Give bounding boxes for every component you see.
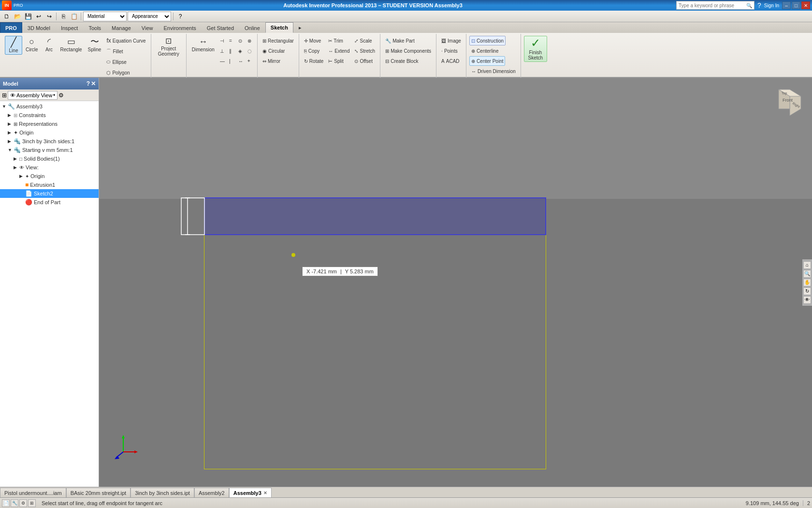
collinear-button[interactable]: = <box>227 36 236 45</box>
new-button[interactable]: 🗋 <box>2 12 12 21</box>
tree-item-origin[interactable]: ▶ ✦ Origin <box>0 128 99 137</box>
tree-item-starting-v[interactable]: ▼ 🔩 Starting v mm 5mm:1 <box>0 146 99 154</box>
arc-button[interactable]: ◜ Arc <box>42 36 57 54</box>
assembly-view-selector[interactable]: 👁 Assembly View ▾ <box>8 91 58 100</box>
nav-lookaround-button[interactable]: 👁 <box>803 296 811 304</box>
expander-assembly3[interactable]: ▼ <box>2 104 8 109</box>
close-button[interactable]: ✕ <box>801 1 810 9</box>
image-button[interactable]: 🖼 Image <box>439 36 463 45</box>
expander-constraints[interactable]: ▶ <box>8 113 14 118</box>
settings-icon[interactable]: ⚙ <box>58 92 64 99</box>
tree-item-view[interactable]: ▶ 👁 View: <box>0 163 99 172</box>
line-button[interactable]: ╱ Line <box>5 36 22 55</box>
create-block-button[interactable]: ⊟ Create Block <box>383 56 420 66</box>
copy-modify-button[interactable]: ⎘ Copy <box>302 46 325 56</box>
status-icon-3[interactable]: ⚙ <box>19 499 27 507</box>
expander-origin-nested[interactable]: ▶ <box>19 174 25 179</box>
search-box[interactable]: 🔍 <box>676 1 754 10</box>
expander-view[interactable]: ▶ <box>14 165 19 170</box>
minimize-button[interactable]: – <box>782 1 791 9</box>
tree-item-end-of-part[interactable]: ▶ 🔴 End of Part <box>0 198 99 207</box>
perpendicular-button[interactable]: ⊥ <box>218 46 227 56</box>
horizontal-button[interactable]: — <box>218 56 227 66</box>
status-icon-2[interactable]: 🔧 <box>11 499 18 507</box>
undo-button[interactable]: ↩ <box>34 12 44 21</box>
nav-pan-button[interactable]: ✋ <box>803 279 811 286</box>
rectangle-button[interactable]: ▭ Rectangle <box>58 36 85 54</box>
tab-assembly3[interactable]: Assembly3 ✕ <box>229 488 272 497</box>
make-part-button[interactable]: 🔧 Make Part <box>383 36 417 45</box>
tab-inspect[interactable]: Inspect <box>56 22 83 33</box>
expander-representations[interactable]: ▶ <box>8 121 14 126</box>
trim-button[interactable]: ✂ Trim <box>326 36 351 45</box>
stretch-button[interactable]: ⤡ Stretch <box>352 46 377 56</box>
view-cube[interactable]: Front Right Top <box>768 86 804 122</box>
make-components-button[interactable]: ⊞ Make Components <box>383 46 433 56</box>
filter-icon[interactable]: ⊞ <box>2 92 7 99</box>
expander-3inch[interactable]: ▶ <box>8 139 14 144</box>
tree-item-assembly3[interactable]: ▼ 🔧 Assembly3 <box>0 102 99 111</box>
panel-help-icon[interactable]: ? <box>87 80 90 87</box>
tab-getstarted[interactable]: Get Started <box>202 22 239 33</box>
redo-button[interactable]: ↪ <box>44 12 54 21</box>
expander-origin[interactable]: ▶ <box>8 130 14 135</box>
equal-button[interactable]: ↔ <box>236 56 245 66</box>
status-icon-4[interactable]: ⊞ <box>28 499 36 507</box>
viewport[interactable]: X -7.421 mm | Y 5.283 mm Front Right Top <box>99 78 812 487</box>
status-icon-1[interactable]: 📄 <box>2 499 10 507</box>
center-point-button[interactable]: ⊕ Center Point <box>469 56 506 66</box>
vertical-button[interactable]: | <box>227 56 236 66</box>
panel-pin-icon[interactable]: ✕ <box>91 80 96 87</box>
tab-3inch[interactable]: 3inch by 3inch sides.ipt <box>130 488 194 497</box>
tab-3dmodel[interactable]: 3D Model <box>22 22 56 33</box>
tree-item-sketch2[interactable]: ▶ 📄 Sketch2 <box>0 189 99 198</box>
polygon-button[interactable]: ⬡ Polygon <box>104 68 147 77</box>
circle-button[interactable]: ○ Circle <box>23 36 41 54</box>
tab-sketch[interactable]: Sketch <box>265 22 293 33</box>
save-button[interactable]: 💾 <box>23 12 33 21</box>
fillet-button[interactable]: ⌒ Fillet <box>104 46 147 56</box>
parallel-button[interactable]: ∥ <box>227 46 236 56</box>
tab-assembly2[interactable]: Assembly2 <box>194 488 229 497</box>
tree-item-solid-bodies[interactable]: ▶ □ Solid Bodies(1) <box>0 154 99 163</box>
smooth-button[interactable]: ◌ <box>246 46 254 56</box>
extend-button[interactable]: ↔ Extend <box>326 46 351 56</box>
driven-dimension-button[interactable]: ↔ Driven Dimension <box>469 66 518 76</box>
copy-button-qa[interactable]: ⎘ <box>58 12 68 21</box>
points-button[interactable]: · Points <box>439 46 460 56</box>
tab-pro[interactable]: PRO <box>0 22 22 33</box>
tree-item-representations[interactable]: ▶ ⊞ Representations <box>0 120 99 128</box>
help-qa-button[interactable]: ? <box>175 12 185 21</box>
tree-item-3inch[interactable]: ▶ 🔩 3inch by 3inch sides:1 <box>0 137 99 146</box>
circular-button[interactable]: ◉ Circular <box>261 46 287 56</box>
help-icon[interactable]: ? <box>757 1 761 9</box>
paste-button-qa[interactable]: 📋 <box>69 12 79 21</box>
ellipse-button[interactable]: ⬭ Ellipse <box>104 57 147 67</box>
split-button[interactable]: ⊢ Split <box>326 56 351 66</box>
signin-button[interactable]: Sign In <box>764 3 779 8</box>
appearance-selector[interactable]: Appearance <box>128 12 171 21</box>
expander-starting-v[interactable]: ▼ <box>8 148 14 152</box>
tab-manage[interactable]: Manage <box>106 22 136 33</box>
expander-solid-bodies[interactable]: ▶ <box>14 156 19 161</box>
equation-curve-button[interactable]: fx Equation Curve <box>104 36 147 45</box>
material-selector[interactable]: Material <box>83 12 127 21</box>
concentric-button[interactable]: ⊙ <box>236 36 245 45</box>
tangent-button[interactable]: ◈ <box>236 46 245 56</box>
offset-button[interactable]: ⊙ Offset <box>352 56 377 66</box>
rotate-button[interactable]: ↻ Rotate <box>302 56 325 66</box>
scale-button[interactable]: ⤢ Scale <box>352 36 377 45</box>
coincident-button[interactable]: ⊣ <box>218 36 227 45</box>
tab-more[interactable]: ▸ <box>293 22 307 33</box>
open-button[interactable]: 📂 <box>13 12 22 21</box>
rectangular-button[interactable]: ⊞ Rectangular <box>261 36 296 45</box>
tab-tools[interactable]: Tools <box>83 22 106 33</box>
mirror-button[interactable]: ⇔ Mirror <box>261 56 282 66</box>
dimension-button[interactable]: ↔ Dimension <box>189 36 217 54</box>
acad-button[interactable]: A ACAD <box>439 56 461 66</box>
fixed-button[interactable]: ⊗ <box>246 36 254 45</box>
spline-button[interactable]: 〜 Spline <box>86 36 104 54</box>
symmetric-button[interactable]: ⌖ <box>246 56 254 66</box>
tree-item-extrusion1[interactable]: ▶ ■ Extrusion1 <box>0 180 99 189</box>
tab-basic20mm[interactable]: BAsic 20mm streight.ipt <box>66 488 131 497</box>
